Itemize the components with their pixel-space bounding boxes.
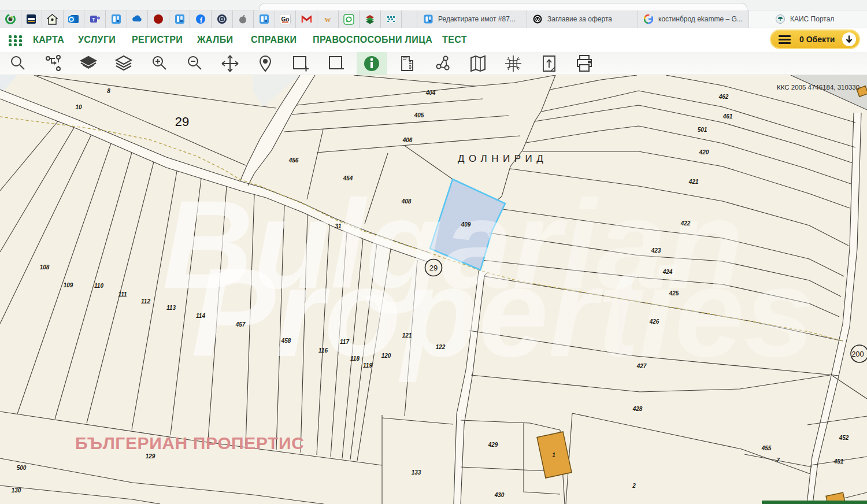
svg-text:200: 200 — [851, 350, 864, 358]
svg-text:1: 1 — [552, 452, 555, 458]
svg-text:428: 428 — [632, 406, 643, 412]
svg-text:426: 426 — [649, 318, 659, 325]
svg-text:427: 427 — [636, 363, 647, 369]
svg-text:8: 8 — [107, 88, 110, 94]
svg-text:109: 109 — [64, 282, 73, 288]
svg-text:29: 29 — [175, 114, 189, 129]
svg-text:501: 501 — [698, 127, 707, 133]
svg-text:T: T — [92, 17, 95, 23]
svg-text:423: 423 — [651, 247, 661, 254]
svg-text:461: 461 — [722, 113, 733, 120]
svg-text:454: 454 — [343, 175, 353, 181]
svg-text:7: 7 — [776, 457, 780, 464]
svg-text:111: 111 — [118, 291, 127, 298]
svg-text:ККС 2005 4746184, 310330: ККС 2005 4746184, 310330 — [777, 84, 859, 91]
svg-text:500: 500 — [17, 465, 27, 471]
svg-text:455: 455 — [761, 445, 772, 451]
svg-text:457: 457 — [235, 321, 246, 328]
svg-text:404: 404 — [425, 90, 436, 96]
svg-text:117: 117 — [340, 339, 349, 345]
svg-text:10: 10 — [75, 104, 82, 110]
svg-text:406: 406 — [402, 137, 413, 143]
svg-text:w: w — [324, 14, 331, 24]
svg-text:121: 121 — [402, 332, 412, 339]
svg-text:129: 129 — [146, 453, 155, 459]
svg-text:112: 112 — [141, 298, 150, 305]
svg-text:429: 429 — [488, 442, 498, 448]
svg-text:31: 31 — [335, 223, 342, 229]
svg-text:422: 422 — [680, 220, 691, 227]
svg-text:29: 29 — [429, 264, 438, 272]
svg-text:119: 119 — [363, 362, 372, 369]
svg-text:110: 110 — [94, 283, 103, 289]
svg-text:421: 421 — [688, 179, 699, 185]
svg-text:409: 409 — [461, 221, 471, 228]
svg-text:116: 116 — [318, 347, 328, 354]
svg-text:122: 122 — [436, 344, 446, 350]
svg-text:Go: Go — [281, 16, 290, 23]
svg-text:452: 452 — [839, 435, 849, 441]
svg-text:425: 425 — [669, 290, 679, 297]
svg-text:118: 118 — [350, 355, 360, 362]
svg-text:113: 113 — [166, 305, 176, 311]
svg-text:ДОЛНИРИД: ДОЛНИРИД — [458, 153, 547, 164]
svg-text:462: 462 — [718, 94, 729, 100]
svg-text:458: 458 — [281, 338, 291, 344]
svg-text:130: 130 — [12, 487, 21, 494]
svg-text:114: 114 — [196, 313, 205, 319]
svg-text:451: 451 — [833, 458, 844, 465]
svg-text:420: 420 — [699, 149, 709, 155]
svg-text:430: 430 — [494, 492, 505, 498]
svg-text:456: 456 — [288, 157, 299, 164]
svg-text:2: 2 — [632, 483, 636, 489]
svg-text:424: 424 — [662, 269, 673, 275]
svg-text:108: 108 — [40, 264, 50, 270]
svg-text:120: 120 — [381, 353, 391, 359]
svg-text:133: 133 — [412, 469, 421, 476]
svg-text:408: 408 — [401, 198, 412, 205]
svg-text:405: 405 — [414, 112, 424, 118]
